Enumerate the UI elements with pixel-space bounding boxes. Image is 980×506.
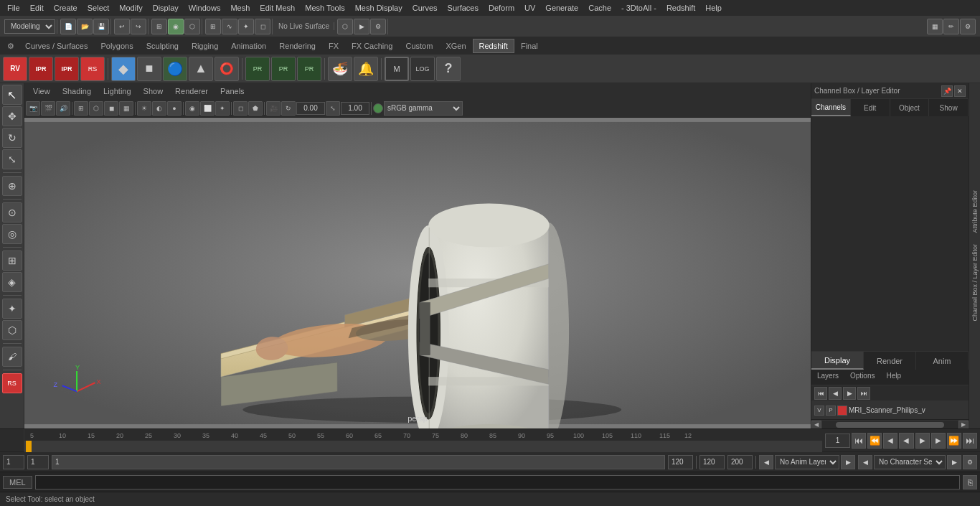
layer-subtab-help[interactable]: Help: [880, 370, 907, 385]
go-to-start-btn[interactable]: ⏮: [852, 433, 866, 449]
open-scene-btn[interactable]: 📂: [77, 19, 93, 34]
scrollbar-left-arrow[interactable]: ◀: [811, 421, 821, 429]
menu-mesh-tools[interactable]: Mesh Tools: [301, 2, 349, 14]
frame-display-input[interactable]: [27, 455, 49, 469]
shelf-icon-rv[interactable]: RV: [3, 57, 27, 81]
shelf-tab-final[interactable]: Final: [514, 39, 545, 53]
menu-edit-mesh[interactable]: Edit Mesh: [255, 2, 299, 14]
shelf-icon-torus[interactable]: ⭕: [215, 57, 239, 81]
snap-curve-btn[interactable]: ∿: [222, 19, 237, 34]
cb-tab-channels[interactable]: Channels: [811, 99, 851, 116]
menu-file[interactable]: File: [3, 2, 24, 14]
snap-grid-btn[interactable]: ⊞: [205, 19, 221, 34]
vp-menu-show[interactable]: Show: [138, 85, 169, 97]
vp-colorspace-btn[interactable]: [373, 103, 383, 113]
vp-menu-view[interactable]: View: [27, 85, 56, 97]
cb-tab-show[interactable]: Show: [929, 99, 969, 116]
vp-film-btn[interactable]: 🎬: [41, 101, 55, 116]
script-language-label[interactable]: MEL: [3, 476, 32, 489]
vp-rotate-btn[interactable]: ↻: [281, 101, 296, 116]
vp-shadow-btn[interactable]: ◐: [152, 101, 166, 116]
vp-menu-renderer[interactable]: Renderer: [169, 85, 214, 97]
vp-audio-btn[interactable]: 🔊: [56, 101, 70, 116]
render-view-btn[interactable]: ⬡: [337, 19, 353, 34]
shelf-icon-bowl[interactable]: 🍜: [328, 57, 352, 81]
vp-gamma-select[interactable]: sRGB gamma: [384, 101, 463, 116]
vp-ao-btn[interactable]: ●: [167, 101, 182, 116]
shelf-tab-curves-surfaces[interactable]: Curves / Surfaces: [19, 39, 94, 53]
layer-nav-next[interactable]: ▶: [843, 387, 856, 400]
menu-generate[interactable]: Generate: [541, 2, 583, 14]
ipr-render-btn[interactable]: ▶: [354, 19, 369, 34]
menu-help[interactable]: Help: [701, 2, 726, 14]
timeline-range-bar[interactable]: [52, 455, 665, 469]
shelf-icon-ipr[interactable]: IPR: [29, 57, 53, 81]
menu-display[interactable]: Display: [149, 2, 183, 14]
layer-visibility-btn[interactable]: V: [814, 406, 824, 416]
shelf-settings-btn[interactable]: ⚙: [3, 38, 19, 54]
script-editor-btn[interactable]: ⎘: [963, 475, 977, 489]
vp-scale-input[interactable]: [341, 102, 369, 115]
shelf-tab-rendering[interactable]: Rendering: [273, 39, 322, 53]
menu-surfaces[interactable]: Surfaces: [443, 2, 483, 14]
menu-windows[interactable]: Windows: [184, 2, 225, 14]
range-end-input[interactable]: [668, 455, 693, 469]
shelf-icon-mat[interactable]: M: [385, 57, 409, 81]
layer-tab-anim[interactable]: Anim: [916, 352, 969, 370]
shelf-icon-cone[interactable]: ▲: [189, 57, 213, 81]
vp-smooth-btn[interactable]: ◼: [104, 101, 118, 116]
timeline-bar[interactable]: [24, 441, 822, 452]
cb-tab-object[interactable]: Object: [890, 99, 930, 116]
char-set-left-btn[interactable]: ◀: [858, 455, 872, 469]
vp-component-btn[interactable]: ✦: [215, 101, 230, 116]
anim-layer-select[interactable]: No Anim Layer: [775, 455, 839, 469]
range-min-input[interactable]: [55, 458, 70, 466]
menu-cache[interactable]: Cache: [584, 2, 616, 14]
menu-create[interactable]: Create: [50, 2, 82, 14]
shelf-icon-log[interactable]: LOG: [410, 57, 435, 81]
shelf-tab-rigging[interactable]: Rigging: [185, 39, 225, 53]
menu-curves[interactable]: Curves: [408, 2, 442, 14]
menu-redshift[interactable]: Redshift: [662, 2, 699, 14]
timeline-ruler[interactable]: 5 10 15 20 25 30 35 40 45 50 55 60 65 70…: [24, 429, 822, 452]
shelf-icon-pr3[interactable]: PR: [297, 57, 321, 81]
undo-btn[interactable]: ↩: [114, 19, 130, 34]
shelf-icon-sphere[interactable]: 🔵: [163, 57, 187, 81]
vp-textured-btn[interactable]: ▦: [119, 101, 133, 116]
char-set-right-btn[interactable]: ▶: [947, 455, 961, 469]
vp-menu-shading[interactable]: Shading: [57, 85, 97, 97]
shelf-tab-fx[interactable]: FX: [322, 39, 345, 53]
viewport-scene[interactable]: X Y Z persp: [24, 118, 811, 428]
render-settings-btn[interactable]: ⚙: [370, 19, 386, 34]
char-set-select[interactable]: No Character Set: [874, 455, 946, 469]
vp-isolate-btn[interactable]: ◉: [185, 101, 199, 116]
select-by-hierarchy-btn[interactable]: ⊞: [151, 19, 167, 34]
menu-uv[interactable]: UV: [520, 2, 540, 14]
select-tool-btn[interactable]: ↖: [2, 85, 22, 105]
range-start-input[interactable]: [3, 455, 24, 469]
next-key-btn[interactable]: ▶: [931, 433, 946, 449]
vp-scale-icon[interactable]: ⤡: [326, 101, 340, 116]
layer-tab-render[interactable]: Render: [864, 352, 916, 370]
shelf-tab-polygons[interactable]: Polygons: [94, 39, 139, 53]
shelf-icon-ipr2[interactable]: IPR: [55, 57, 79, 81]
menu-mesh-display[interactable]: Mesh Display: [351, 2, 407, 14]
channel-box-pin-btn[interactable]: 📌: [941, 85, 953, 97]
vp-sel-btn[interactable]: ◻: [233, 101, 248, 116]
shelf-tab-custom[interactable]: Custom: [400, 39, 440, 53]
redshift-logo-btn[interactable]: RS: [2, 373, 22, 393]
select-object-btn[interactable]: ◉: [168, 19, 184, 34]
shelf-icon-cube[interactable]: ■: [137, 57, 161, 81]
cb-tab-edit[interactable]: Edit: [851, 99, 890, 116]
shelf-icon-rs1[interactable]: RS: [80, 57, 105, 81]
redo-btn[interactable]: ↪: [131, 19, 146, 34]
current-frame-input[interactable]: [825, 434, 850, 448]
shelf-tab-fx-caching[interactable]: FX Caching: [345, 39, 399, 53]
move-tool-btn[interactable]: ✥: [2, 106, 22, 126]
menu-select[interactable]: Select: [83, 2, 114, 14]
new-scene-btn[interactable]: 📄: [60, 19, 76, 34]
char-set-settings-btn[interactable]: ⚙: [963, 455, 977, 469]
shelf-icon-help[interactable]: ?: [436, 57, 461, 81]
timeline-playhead[interactable]: [26, 441, 32, 452]
layer-nav-next-next[interactable]: ⏭: [857, 387, 870, 400]
